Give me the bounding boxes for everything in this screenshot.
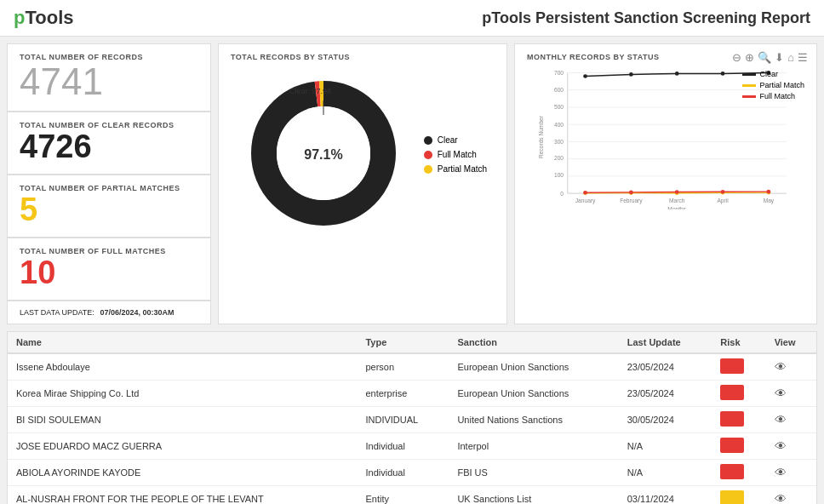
legend-label-full-match: Full Match xyxy=(438,150,477,159)
svg-point-45 xyxy=(767,190,771,194)
partial-matches-label: TOTAL NUMBER OF PARTIAL MATCHES xyxy=(20,184,198,192)
cell-name: AL-NUSRAH FRONT FOR THE PEOPLE OF THE LE… xyxy=(8,485,357,504)
col-type: Type xyxy=(357,332,449,353)
svg-point-44 xyxy=(721,190,725,194)
chart-icon-home[interactable]: ⌂ xyxy=(787,51,794,64)
cell-name: Issene Abdoulaye xyxy=(8,353,357,381)
legend-label-partial-match: Partial Match xyxy=(438,164,487,174)
svg-text:200: 200 xyxy=(554,155,564,161)
svg-point-43 xyxy=(675,190,679,194)
chart-toolbar: ⊖ ⊕ 🔍 ⬇ ⌂ ☰ xyxy=(732,51,808,64)
col-last-update: Last Update xyxy=(619,332,712,353)
partial-matches-card: TOTAL NUMBER OF PARTIAL MATCHES 5 xyxy=(7,175,211,238)
view-icon[interactable]: 👁 xyxy=(775,466,787,479)
legend-partial-match: Partial Match xyxy=(424,164,487,174)
cell-type: Entity xyxy=(357,485,449,504)
table-row: JOSE EDUARDO MACZ GUERRAIndividualInterp… xyxy=(8,432,816,459)
cell-sanction: European Union Sanctions xyxy=(449,353,618,381)
risk-badge-red xyxy=(720,464,744,479)
last-update-value: 07/06/2024, 00:30AM xyxy=(100,308,174,317)
svg-text:400: 400 xyxy=(554,122,564,128)
svg-text:January: January xyxy=(575,198,596,204)
col-view: View xyxy=(766,332,816,353)
cell-risk xyxy=(712,380,765,406)
chart-icon-menu[interactable]: ☰ xyxy=(798,51,808,64)
svg-text:May: May xyxy=(764,198,775,204)
svg-point-31 xyxy=(583,74,587,78)
cell-last-update: 30/05/2024 xyxy=(619,406,712,432)
svg-text:Months: Months xyxy=(667,206,686,209)
cell-name: BI SIDI SOULEMAN xyxy=(8,406,357,432)
table-row: Issene AbdoulayepersonEuropean Union San… xyxy=(8,353,816,381)
svg-text:Clear: 97.98: Clear: 97.98 xyxy=(289,87,331,95)
cell-sanction: Interpol xyxy=(449,432,618,459)
chart-legend-label-partial: Partial Match xyxy=(759,81,804,89)
cell-last-update: N/A xyxy=(619,459,712,485)
chart-icon-zoom-in[interactable]: ⊕ xyxy=(745,51,754,64)
svg-text:500: 500 xyxy=(554,104,564,110)
col-sanction: Sanction xyxy=(449,332,618,353)
svg-text:March: March xyxy=(669,198,685,203)
legend-dot-full-match xyxy=(424,151,432,159)
view-icon[interactable]: 👁 xyxy=(775,360,787,374)
clear-records-card: TOTAL NUMBER OF CLEAR RECORDS 4726 xyxy=(7,112,211,175)
cell-sanction: United Nations Sanctions xyxy=(449,406,618,432)
view-icon[interactable]: 👁 xyxy=(775,492,787,504)
cell-sanction: European Union Sanctions xyxy=(449,380,618,406)
cell-type: INDIVIDUAL xyxy=(357,406,449,432)
risk-badge-red xyxy=(720,438,744,453)
cell-risk xyxy=(712,432,765,459)
chart-legend-line-partial xyxy=(742,84,756,87)
col-risk: Risk xyxy=(712,332,765,353)
chart-legend-line-full xyxy=(742,95,756,98)
chart-icon-zoom-out[interactable]: ⊖ xyxy=(732,51,741,64)
view-icon[interactable]: 👁 xyxy=(775,413,787,427)
cell-last-update: 03/11/2024 xyxy=(619,485,712,504)
partial-matches-value: 5 xyxy=(20,192,198,228)
clear-records-value: 4726 xyxy=(20,129,198,165)
svg-point-42 xyxy=(629,191,633,195)
table-row: AL-NUSRAH FRONT FOR THE PEOPLE OF THE LE… xyxy=(8,485,816,504)
svg-point-41 xyxy=(583,191,587,195)
view-icon[interactable]: 👁 xyxy=(775,387,787,400)
legend-dot-clear xyxy=(424,136,432,145)
cell-type: Individual xyxy=(357,432,449,459)
risk-badge-red xyxy=(720,411,744,427)
svg-text:97.1%: 97.1% xyxy=(304,147,342,162)
table-wrapper[interactable]: Name Type Sanction Last Update Risk View… xyxy=(8,332,816,504)
legend-label-clear: Clear xyxy=(438,135,458,145)
svg-point-33 xyxy=(675,72,679,76)
svg-text:300: 300 xyxy=(554,139,564,145)
cell-risk xyxy=(712,353,765,381)
chart-icon-search[interactable]: 🔍 xyxy=(758,51,771,64)
cell-view[interactable]: 👁 xyxy=(766,485,816,504)
svg-text:600: 600 xyxy=(554,87,564,93)
cell-view[interactable]: 👁 xyxy=(766,432,816,459)
line-chart-card: MONTHLY RECORDS BY STATUS ⊖ ⊕ 🔍 ⬇ ⌂ ☰ 0 … xyxy=(514,43,817,324)
svg-text:0: 0 xyxy=(560,191,564,197)
cell-view[interactable]: 👁 xyxy=(766,380,816,406)
cell-view[interactable]: 👁 xyxy=(766,353,816,381)
donut-inner: Clear: 97.98 97.1% Clear Full Match xyxy=(231,68,495,241)
svg-text:April: April xyxy=(717,198,729,204)
cell-sanction: FBI US xyxy=(449,459,618,485)
table-row: ABIOLA AYORINDE KAYODEIndividualFBI USN/… xyxy=(8,459,816,485)
cell-last-update: N/A xyxy=(619,432,712,459)
risk-badge-red xyxy=(720,358,744,374)
cell-type: enterprise xyxy=(357,380,449,406)
svg-point-34 xyxy=(721,72,725,76)
cell-view[interactable]: 👁 xyxy=(766,406,816,432)
legend-dot-partial-match xyxy=(424,165,432,174)
table-header-row: Name Type Sanction Last Update Risk View xyxy=(8,332,816,353)
svg-text:100: 100 xyxy=(554,172,564,178)
cell-name: ABIOLA AYORINDE KAYODE xyxy=(8,459,357,485)
cell-sanction: UK Sanctions List xyxy=(449,485,618,504)
last-update-label: LAST DATA UPDATE: xyxy=(20,308,94,317)
svg-text:February: February xyxy=(620,198,643,204)
table-body: Issene AbdoulayepersonEuropean Union San… xyxy=(8,353,816,504)
chart-icon-download[interactable]: ⬇ xyxy=(775,51,784,64)
cell-name: JOSE EDUARDO MACZ GUERRA xyxy=(8,432,357,459)
cell-risk xyxy=(712,406,765,432)
view-icon[interactable]: 👁 xyxy=(775,439,787,453)
cell-view[interactable]: 👁 xyxy=(766,459,816,485)
